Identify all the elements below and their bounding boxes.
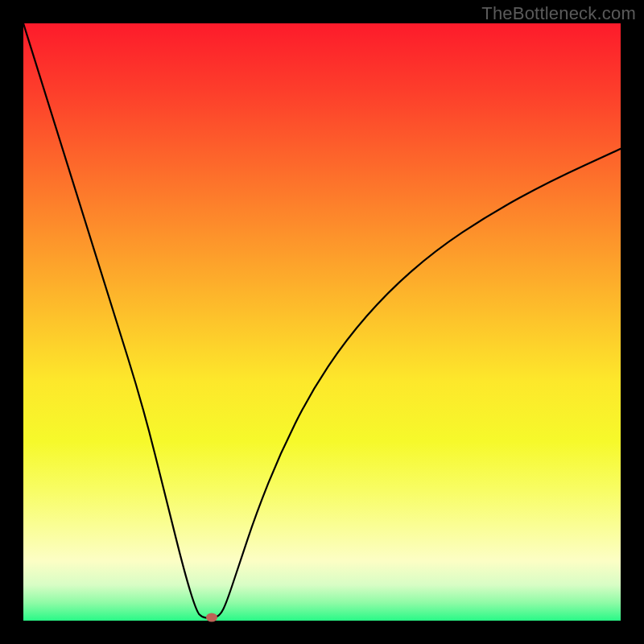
plot-area bbox=[23, 23, 621, 621]
bottleneck-curve bbox=[23, 23, 621, 621]
watermark-text: TheBottleneck.com bbox=[481, 3, 636, 24]
optimal-point-marker bbox=[206, 613, 217, 622]
chart-frame: TheBottleneck.com bbox=[0, 0, 644, 644]
